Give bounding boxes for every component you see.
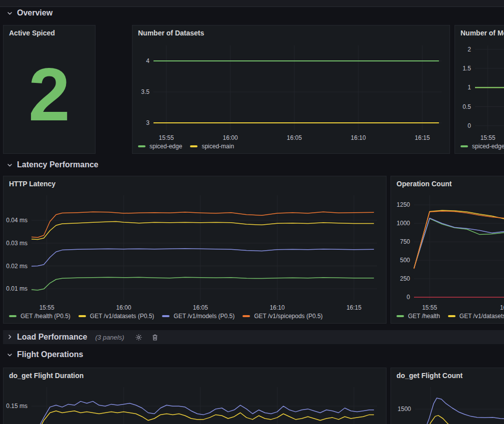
- section-header-overview[interactable]: Overview: [7, 8, 52, 17]
- legend-label: GET /health: [408, 313, 440, 320]
- legend-item[interactable]: GET /health (P0.5): [9, 313, 70, 320]
- chevron-right-icon: [7, 333, 12, 342]
- legend-swatch: [9, 315, 16, 317]
- top-toolbar-edge: [0, 0, 504, 7]
- legend-item[interactable]: GET /health: [396, 313, 440, 320]
- flight-duration-chart[interactable]: 15:5516:0016:0516:1016:150.15 ms0.10 ms: [4, 368, 386, 424]
- legend: GET /healthGET /v1/datasetsGET /v1/model…: [396, 313, 504, 320]
- flight-count-chart[interactable]: 15:5516:0016:0516:1016:1515001000500: [391, 368, 504, 424]
- svg-text:0.04 ms: 0.04 ms: [6, 217, 28, 224]
- dashboard: Overview Active Spiced 2 Number of Datas…: [0, 0, 504, 424]
- panels-count-note: (3 panels): [95, 334, 124, 341]
- panel-http-latency: HTTP Latency 15:5516:0016:0516:1016:150.…: [3, 176, 386, 324]
- svg-text:500: 500: [400, 257, 410, 264]
- panel-operation-count: Operation Count 15:5516:0016:0516:1016:1…: [390, 176, 504, 324]
- svg-text:1250: 1250: [396, 201, 410, 208]
- section-title: Latency Performance: [17, 160, 98, 169]
- svg-text:1500: 1500: [398, 406, 411, 413]
- svg-text:0.03 ms: 0.03 ms: [6, 240, 28, 247]
- legend-swatch: [138, 145, 146, 147]
- svg-text:1000: 1000: [396, 220, 410, 227]
- legend-swatch: [448, 315, 456, 317]
- legend-swatch: [162, 315, 170, 317]
- section-title: Overview: [17, 8, 52, 17]
- svg-text:16:15: 16:15: [346, 304, 362, 311]
- legend-label: GET /v1/datasets (P0.5): [90, 313, 154, 320]
- legend-label: spiced-edge: [472, 143, 504, 150]
- svg-text:0.01 ms: 0.01 ms: [6, 285, 28, 292]
- chevron-down-icon: [7, 10, 12, 16]
- svg-text:0.15 ms: 0.15 ms: [6, 403, 28, 410]
- svg-text:1.5: 1.5: [462, 65, 471, 72]
- legend-swatch: [78, 315, 86, 317]
- gear-icon[interactable]: [135, 334, 142, 341]
- legend-label: GET /health (P0.5): [20, 313, 70, 320]
- svg-text:0.02 ms: 0.02 ms: [6, 263, 28, 270]
- stat-value: 2: [4, 42, 95, 146]
- chevron-down-icon: [7, 162, 12, 168]
- svg-text:4: 4: [146, 57, 150, 64]
- svg-text:3: 3: [146, 119, 150, 126]
- operation-count-chart[interactable]: 15:5516:0016:0516:1016:15025050075010001…: [391, 176, 504, 324]
- legend-item[interactable]: GET /v1/spicepods (P0.5): [242, 313, 322, 320]
- panel-do-get-flight-duration: do_get Flight Duration 15:5516:0016:0516…: [3, 368, 386, 424]
- legend-item[interactable]: GET /v1/models (P0.5): [162, 313, 234, 320]
- svg-text:15:55: 15:55: [159, 134, 174, 141]
- svg-text:0: 0: [406, 294, 410, 301]
- panel-do-get-flight-count: do_get Flight Count 15:5516:0016:0516:10…: [390, 368, 504, 424]
- svg-text:0: 0: [468, 122, 471, 129]
- trash-icon[interactable]: [152, 334, 158, 341]
- panel-title-text: Active Spiced: [9, 29, 55, 37]
- legend: spiced-edgespiced-main: [138, 143, 234, 150]
- svg-text:16:00: 16:00: [500, 304, 504, 311]
- svg-text:16:05: 16:05: [193, 304, 208, 311]
- legend-item[interactable]: GET /v1/datasets: [448, 313, 504, 320]
- legend-item[interactable]: GET /v1/datasets (P0.5): [78, 313, 154, 320]
- section-title: Load Performance: [17, 333, 87, 342]
- legend-swatch: [460, 145, 468, 147]
- svg-text:16:10: 16:10: [351, 134, 366, 141]
- legend-label: GET /v1/datasets: [460, 313, 504, 320]
- svg-text:15:55: 15:55: [480, 134, 496, 141]
- svg-text:15:55: 15:55: [40, 304, 54, 311]
- legend-label: GET /v1/spicepods (P0.5): [254, 313, 322, 320]
- chevron-down-icon: [7, 352, 12, 358]
- section-title: Flight Operations: [17, 350, 83, 359]
- svg-text:2: 2: [468, 46, 471, 53]
- datasets-chart[interactable]: 15:5516:0016:0516:1016:1533.54: [132, 25, 450, 154]
- legend-item[interactable]: spiced-edge: [138, 143, 182, 150]
- svg-text:3.5: 3.5: [141, 88, 150, 95]
- panel-number-of-models: Number of Models 15:5516:0016:0516:1016:…: [454, 25, 504, 154]
- section-header-load-performance[interactable]: Load Performance (3 panels): [3, 330, 504, 344]
- http-latency-chart[interactable]: 15:5516:0016:0516:1016:150.01 ms0.02 ms0…: [4, 176, 386, 324]
- legend-item[interactable]: spiced-edge: [460, 143, 504, 150]
- legend-swatch: [396, 315, 404, 317]
- panel-number-of-datasets: Number of Datasets 15:5516:0016:0516:101…: [132, 25, 450, 154]
- svg-text:16:10: 16:10: [270, 304, 284, 311]
- svg-text:15:55: 15:55: [422, 304, 437, 311]
- svg-text:250: 250: [400, 275, 410, 282]
- panel-active-spiced: Active Spiced 2: [3, 25, 96, 154]
- svg-text:16:00: 16:00: [116, 304, 131, 311]
- legend: GET /health (P0.5)GET /v1/datasets (P0.5…: [9, 313, 322, 320]
- svg-text:750: 750: [400, 238, 410, 245]
- svg-text:16:05: 16:05: [287, 134, 302, 141]
- svg-text:1: 1: [468, 84, 471, 91]
- legend-swatch: [242, 315, 250, 317]
- models-chart[interactable]: 15:5516:0016:0516:1016:1500.511.52: [455, 25, 504, 154]
- svg-text:0.5: 0.5: [462, 103, 471, 110]
- svg-text:16:15: 16:15: [415, 134, 430, 141]
- legend: spiced-edgespiced-main: [460, 143, 504, 150]
- legend-item[interactable]: spiced-main: [190, 143, 234, 150]
- section-header-flight-operations[interactable]: Flight Operations: [7, 350, 83, 359]
- section-header-latency-performance[interactable]: Latency Performance: [7, 160, 98, 169]
- legend-label: spiced-main: [202, 143, 234, 150]
- svg-text:16:00: 16:00: [223, 134, 238, 141]
- legend-label: GET /v1/models (P0.5): [174, 313, 234, 320]
- legend-swatch: [190, 145, 198, 147]
- legend-label: spiced-edge: [150, 143, 182, 150]
- panel-title[interactable]: Active Spiced: [4, 25, 95, 40]
